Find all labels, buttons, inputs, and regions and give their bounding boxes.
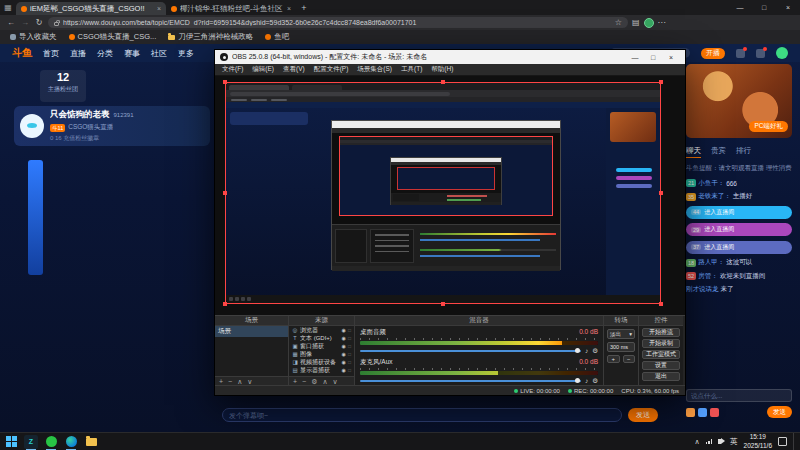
- forward-icon[interactable]: →: [20, 18, 30, 27]
- fans-club-widget[interactable]: 12 主播粉丝团: [40, 70, 86, 102]
- go-live-button[interactable]: 开播: [701, 48, 725, 59]
- selection-handle[interactable]: [223, 191, 227, 195]
- user-avatar[interactable]: [776, 47, 788, 59]
- network-icon[interactable]: [706, 439, 713, 444]
- visibility-eye-icon[interactable]: ◉: [342, 327, 346, 333]
- exit-button[interactable]: 退出: [642, 372, 680, 381]
- taskbar-edge-app[interactable]: [64, 435, 78, 449]
- visibility-eye-icon[interactable]: ◉: [342, 359, 346, 365]
- new-tab-button[interactable]: +: [296, 1, 312, 15]
- menu-tools[interactable]: 工具(T): [401, 65, 422, 74]
- menu-help[interactable]: 帮助(H): [431, 65, 453, 74]
- tray-chevron-icon[interactable]: ∧: [694, 438, 699, 446]
- controls-dock-header[interactable]: 控件: [639, 316, 683, 326]
- tab-chat[interactable]: 聊天: [686, 146, 701, 158]
- start-button[interactable]: [4, 435, 18, 449]
- promo-image[interactable]: PC端好礼: [686, 64, 792, 138]
- visibility-eye-icon[interactable]: ◉: [342, 367, 346, 373]
- selection-handle[interactable]: [659, 80, 663, 84]
- menu-file[interactable]: 文件(F): [222, 65, 243, 74]
- side-promo-banner[interactable]: [28, 160, 43, 275]
- speaker-icon[interactable]: ♪: [585, 376, 588, 385]
- nav-live[interactable]: 直播: [70, 48, 86, 59]
- visibility-eye-icon[interactable]: ◉: [342, 335, 346, 341]
- tab-close-icon[interactable]: ×: [287, 5, 291, 12]
- browser-tab-2[interactable]: 椰汁锦华-狂猫粉丝吧-斗鱼社区 ×: [166, 2, 296, 15]
- settings-button[interactable]: 设置: [642, 361, 680, 370]
- transitions-dock-header[interactable]: 转场: [604, 316, 638, 326]
- selection-handle[interactable]: [441, 302, 445, 306]
- menu-view[interactable]: 查看(V): [283, 65, 305, 74]
- visibility-eye-icon[interactable]: ◉: [342, 351, 346, 357]
- lock-icon[interactable]: □: [348, 351, 351, 357]
- selection-handle[interactable]: [223, 80, 227, 84]
- back-icon[interactable]: ←: [6, 18, 16, 27]
- chat-user[interactable]: 小鱼干：: [698, 179, 724, 188]
- bookmark-item[interactable]: 导入收藏夹: [10, 32, 57, 42]
- lock-icon[interactable]: □: [348, 367, 351, 373]
- browser-minimize-button[interactable]: —: [728, 0, 752, 15]
- lock-icon[interactable]: □: [348, 343, 351, 349]
- browser-close-button[interactable]: ×: [776, 0, 800, 15]
- browser-tab-1[interactable]: iEM延郸_CSGO猫头直播_CSGO!! ×: [16, 2, 166, 15]
- slider-handle[interactable]: [575, 348, 580, 353]
- gift-icon[interactable]: [710, 408, 719, 417]
- streamer-avatar[interactable]: [20, 114, 44, 138]
- url-input[interactable]: https://www.douyu.com/beta/topic/EMCD_d?…: [48, 17, 628, 28]
- gift-icon[interactable]: [698, 408, 707, 417]
- action-center-icon[interactable]: [778, 437, 787, 446]
- start-recording-button[interactable]: 开始录制: [642, 339, 680, 348]
- nav-home[interactable]: 首页: [43, 48, 59, 59]
- chat-user[interactable]: 刚才说话龙: [686, 285, 719, 294]
- source-row[interactable]: ▤显示器捕获◉□: [289, 366, 354, 374]
- bookmark-item[interactable]: 鱼吧: [265, 32, 289, 42]
- promo-claim-button[interactable]: PC端好礼: [749, 121, 788, 132]
- chat-send-button[interactable]: 发送: [767, 406, 792, 418]
- lock-icon[interactable]: □: [348, 335, 351, 341]
- studio-mode-button[interactable]: 工作室模式: [642, 350, 680, 359]
- chat-user[interactable]: 房管：: [698, 272, 718, 281]
- sources-list[interactable]: ◎浏览器◉□ T文本 (GDI+)◉□ ▣窗口捕获◉□ ▦图像◉□ ◨视频捕获设…: [289, 326, 354, 376]
- tab-rank[interactable]: 排行: [736, 146, 751, 158]
- tab-search-icon[interactable]: ▦: [0, 0, 16, 15]
- menu-scene-collection[interactable]: 场景集合(S): [357, 65, 392, 74]
- start-streaming-button[interactable]: 开始推流: [642, 328, 680, 337]
- lock-icon[interactable]: □: [348, 327, 351, 333]
- preview-capture-source[interactable]: [225, 82, 661, 304]
- bookmark-item[interactable]: CSGO猫头直播_CSG...: [69, 32, 157, 42]
- slider-handle[interactable]: [575, 378, 580, 383]
- taskbar-clock[interactable]: 15:19 2025/11/6: [744, 433, 772, 449]
- refresh-icon[interactable]: ↻: [34, 18, 44, 27]
- channel-settings-gear-icon[interactable]: ⚙: [592, 376, 598, 385]
- chat-user[interactable]: 路人甲：: [698, 258, 724, 267]
- streamer-card[interactable]: 只会惦狗的老表 912391 斗11 CSGO猫头直播 0 16 充值粉丝徽章: [14, 106, 210, 146]
- browser-menu-icon[interactable]: ⋯: [658, 18, 666, 27]
- browser-profile-avatar[interactable]: [644, 18, 654, 28]
- chat-input[interactable]: [686, 389, 792, 402]
- volume-icon[interactable]: [718, 439, 721, 444]
- remove-transition-icon[interactable]: −: [623, 355, 636, 363]
- nav-community[interactable]: 社区: [151, 48, 167, 59]
- obs-title-bar[interactable]: OBS 25.0.8 (64-bit, windows) - 配置文件: 未命名…: [215, 50, 685, 64]
- nav-more[interactable]: 更多: [178, 48, 194, 59]
- add-transition-icon[interactable]: +: [607, 355, 620, 363]
- speaker-icon[interactable]: ♪: [585, 346, 588, 355]
- tab-vip[interactable]: 贵宾: [711, 146, 726, 158]
- selection-handle[interactable]: [223, 302, 227, 306]
- scene-item[interactable]: 场景: [215, 326, 288, 337]
- barrage-input[interactable]: [222, 408, 622, 422]
- volume-slider[interactable]: [360, 380, 581, 382]
- scenes-list[interactable]: 场景: [215, 326, 288, 376]
- transition-select[interactable]: 淡出▾: [607, 329, 635, 339]
- douyu-logo[interactable]: 斗鱼: [12, 46, 32, 60]
- menu-profile[interactable]: 配置文件(P): [314, 65, 349, 74]
- menu-edit[interactable]: 编辑(E): [252, 65, 274, 74]
- obs-preview[interactable]: [215, 76, 685, 315]
- volume-slider[interactable]: [360, 350, 581, 352]
- messages-icon[interactable]: [736, 49, 745, 58]
- nav-esports[interactable]: 赛事: [124, 48, 140, 59]
- obs-minimize-button[interactable]: —: [626, 54, 644, 61]
- gift-icon[interactable]: [686, 408, 695, 417]
- transition-duration[interactable]: 300 ms: [607, 342, 635, 352]
- sources-dock-header[interactable]: 来源: [289, 316, 354, 326]
